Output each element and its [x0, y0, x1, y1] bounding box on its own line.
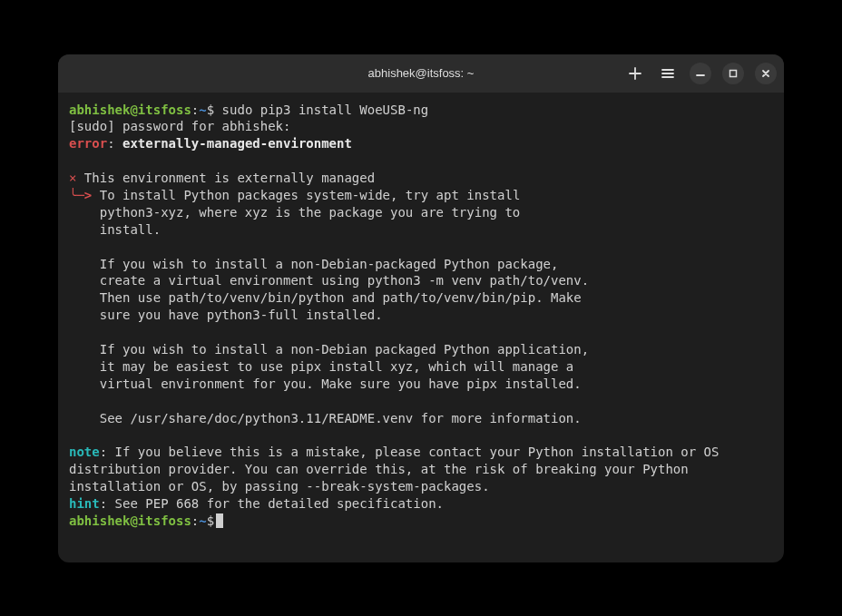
prompt-user-host: abhishek@itsfoss	[69, 103, 191, 117]
sudo-prompt: [sudo] password for abhishek:	[69, 119, 290, 133]
note-label: note	[69, 445, 100, 459]
minimize-button[interactable]	[690, 63, 711, 84]
note-text: : If you believe this is a mistake, plea…	[69, 445, 727, 494]
help-para-1: To install Python packages system-wide, …	[69, 188, 520, 237]
plus-icon	[628, 66, 642, 81]
titlebar-controls	[624, 63, 777, 84]
command-text: sudo pip3 install WoeUSB-ng	[214, 103, 428, 117]
error-message: externally-managed-environment	[122, 136, 352, 151]
new-tab-button[interactable]	[624, 63, 646, 84]
close-icon	[760, 68, 771, 79]
terminal-window: abhishek@itsfoss: ~ abhishek@itsfoss:~$ …	[58, 54, 784, 562]
prompt-path-2: ~	[199, 513, 206, 528]
ext-managed-line: This environment is externally managed	[76, 171, 375, 185]
prompt-dollar-2: $	[207, 513, 214, 528]
maximize-icon	[728, 68, 739, 79]
close-button[interactable]	[755, 63, 777, 84]
error-colon: :	[107, 136, 122, 151]
help-para-2: If you wish to install a non-Debian-pack…	[69, 257, 589, 323]
hamburger-icon	[661, 66, 675, 81]
hint-label: hint	[69, 496, 100, 511]
help-para-3: If you wish to install a non-Debian pack…	[69, 342, 589, 391]
error-arrow: ╰─>	[69, 188, 92, 202]
help-para-4: See /usr/share/doc/python3.11/README.ven…	[69, 411, 582, 425]
prompt-dollar: $	[207, 103, 214, 117]
menu-button[interactable]	[657, 63, 679, 84]
terminal-content[interactable]: abhishek@itsfoss:~$ sudo pip3 install Wo…	[58, 93, 784, 562]
prompt-path: ~	[199, 103, 206, 117]
minimize-icon	[695, 68, 706, 79]
prompt-user-host-2: abhishek@itsfoss	[69, 513, 191, 528]
svg-rect-0	[730, 70, 737, 76]
hint-text: : See PEP 668 for the detailed specifica…	[100, 496, 444, 511]
cursor	[216, 513, 223, 528]
maximize-button[interactable]	[722, 63, 744, 84]
error-label: error	[69, 136, 107, 151]
titlebar: abhishek@itsfoss: ~	[58, 54, 784, 93]
